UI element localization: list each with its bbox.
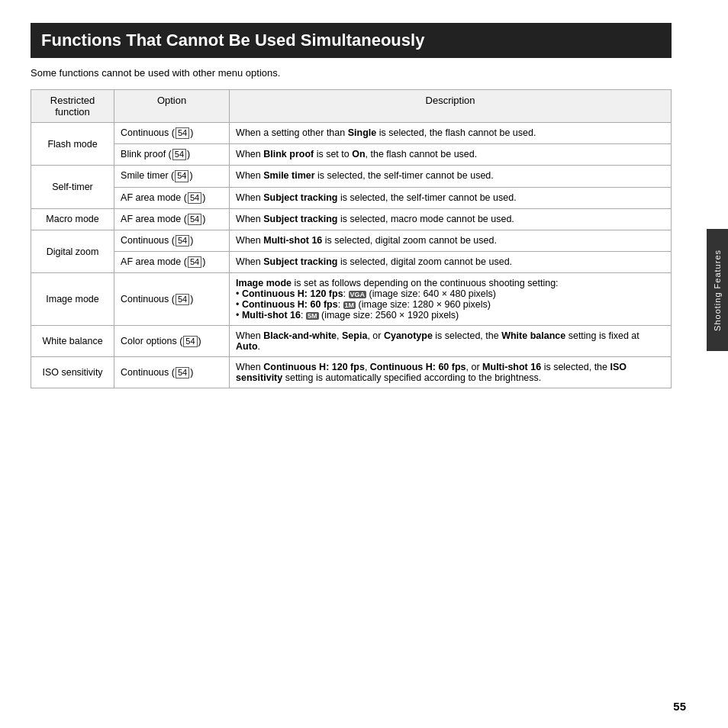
- restricted-cell: ISO sensitivity: [31, 357, 114, 388]
- header-description: Description: [230, 90, 672, 123]
- description-cell: When Subject tracking is selected, macro…: [230, 208, 672, 230]
- book-icon: 54: [176, 294, 189, 305]
- book-icon: 54: [188, 256, 201, 268]
- description-cell: When Continuous H: 120 fps, Continuous H…: [230, 357, 672, 388]
- description-cell: When Smile timer is selected, the self-t…: [230, 166, 672, 187]
- book-icon: 54: [175, 170, 188, 182]
- description-cell: When Blink proof is set to On, the flash…: [230, 144, 672, 166]
- option-cell: Smile timer (54): [114, 166, 230, 187]
- functions-table: Restricted function Option Description F…: [31, 89, 672, 388]
- side-tab-label: Shooting Features: [713, 250, 722, 331]
- description-cell: When Subject tracking is selected, the s…: [230, 187, 672, 208]
- option-cell: Continuous (54): [114, 123, 230, 144]
- option-cell: Continuous (54): [114, 357, 230, 388]
- description-cell: Image mode is set as follows depending o…: [230, 273, 672, 326]
- description-cell: When Subject tracking is selected, digit…: [230, 252, 672, 273]
- header-restricted: Restricted function: [31, 90, 114, 123]
- book-icon: 54: [176, 367, 189, 378]
- option-cell: AF area mode (54): [114, 252, 230, 273]
- option-cell: Color options (54): [114, 326, 230, 357]
- page-container: Functions That Cannot Be Used Simultaneo…: [0, 0, 702, 411]
- description-cell: When a setting other than Single is sele…: [230, 123, 672, 144]
- intro-text: Some functions cannot be used with other…: [31, 67, 672, 79]
- book-icon: 54: [188, 214, 201, 225]
- header-option: Option: [114, 90, 230, 123]
- restricted-cell: Macro mode: [31, 208, 114, 230]
- option-cell: AF area mode (54): [114, 208, 230, 230]
- description-cell: When Multi-shot 16 is selected, digital …: [230, 230, 672, 251]
- restricted-cell: Flash mode: [31, 123, 114, 166]
- book-icon: 54: [176, 235, 189, 246]
- option-cell: Continuous (54): [114, 273, 230, 326]
- book-icon: 54: [176, 127, 189, 139]
- restricted-cell: Digital zoom: [31, 230, 114, 272]
- page-title: Functions That Cannot Be Used Simultaneo…: [31, 23, 672, 58]
- book-icon: 54: [188, 192, 201, 204]
- side-tab: Shooting Features: [707, 229, 728, 351]
- book-icon: 54: [183, 336, 197, 347]
- book-icon: 54: [172, 149, 186, 160]
- restricted-cell: Self-timer: [31, 166, 114, 208]
- restricted-cell: White balance: [31, 326, 114, 357]
- restricted-cell: Image mode: [31, 273, 114, 326]
- option-cell: Blink proof (54): [114, 144, 230, 166]
- option-cell: Continuous (54): [114, 230, 230, 251]
- page-number: 55: [673, 700, 686, 713]
- option-cell: AF area mode (54): [114, 187, 230, 208]
- description-cell: When Black-and-white, Sepia, or Cyanotyp…: [230, 326, 672, 357]
